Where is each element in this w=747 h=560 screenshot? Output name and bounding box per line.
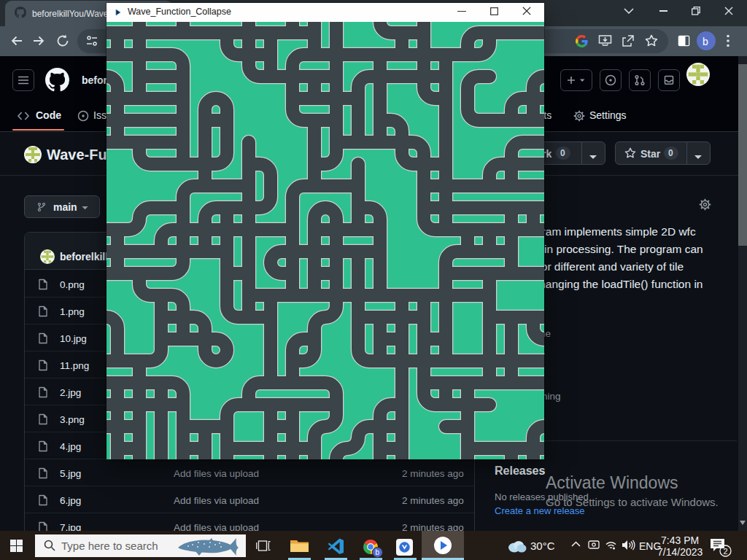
svg-text:2: 2 — [724, 547, 728, 556]
